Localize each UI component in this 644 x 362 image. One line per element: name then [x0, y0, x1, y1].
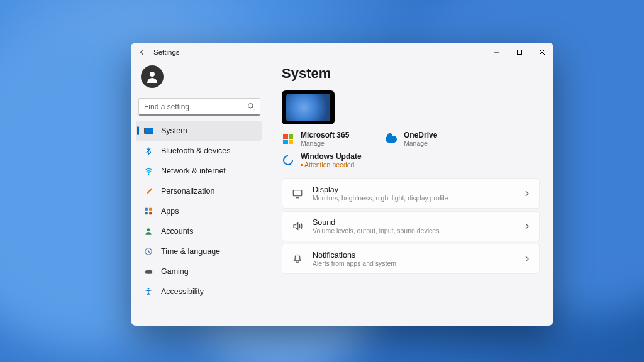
bloom-wallpaper-icon	[286, 94, 330, 121]
tile-subtitle: • Attention needed	[301, 161, 362, 168]
gamepad-icon	[144, 267, 153, 277]
accessibility-icon	[144, 287, 153, 296]
wifi-icon-wrap	[143, 166, 153, 176]
svg-rect-11	[149, 212, 152, 214]
device-thumbnail[interactable]	[282, 90, 335, 124]
sidebar-item-network[interactable]: Network & internet	[136, 161, 262, 181]
sound-icon	[292, 221, 303, 232]
page-title: System	[282, 65, 540, 82]
card-notifications[interactable]: NotificationsAlerts from apps and system	[282, 244, 540, 274]
sidebar-item-gaming[interactable]: Gaming	[136, 261, 262, 282]
svg-rect-1	[518, 50, 522, 55]
sidebar-item-label: Accounts	[161, 227, 255, 236]
sidebar-item-label: Apps	[161, 207, 255, 216]
sidebar-item-label: Network & internet	[161, 167, 255, 175]
tile-update[interactable]: Windows Update• Attention needed	[282, 152, 370, 168]
titlebar: Settings	[131, 43, 553, 62]
svg-point-12	[147, 228, 150, 231]
sidebar-item-accessibility[interactable]: Accessibility	[136, 282, 262, 302]
bell-icon	[292, 253, 303, 265]
display-icon	[292, 188, 303, 199]
card-title: Display	[313, 185, 515, 194]
maximize-button[interactable]	[508, 43, 531, 62]
tile-ms365[interactable]: Microsoft 365Manage	[282, 131, 370, 147]
svg-rect-10	[145, 212, 148, 214]
settings-window: Settings Find a setting	[131, 43, 553, 326]
cloud-icon	[386, 136, 397, 143]
content-area: Find a setting SystemBluetooth & devices…	[131, 62, 553, 326]
chevron-right-icon	[524, 188, 530, 199]
update-icon	[281, 153, 296, 168]
svg-point-15	[148, 288, 149, 289]
avatar	[141, 65, 164, 88]
svg-point-5	[248, 103, 253, 108]
system-icon-wrap	[143, 126, 153, 136]
card-subtitle: Alerts from apps and system	[313, 260, 515, 267]
tile-onedrive[interactable]: OneDriveManage	[385, 131, 473, 147]
bluetooth-icon	[144, 146, 153, 155]
card-display[interactable]: DisplayMonitors, brightness, night light…	[282, 178, 540, 209]
search-wrap: Find a setting	[131, 94, 268, 119]
svg-line-6	[252, 107, 254, 109]
minimize-button[interactable]	[486, 43, 508, 62]
apps-icon	[144, 207, 153, 216]
ms365-icon	[283, 134, 293, 144]
svg-point-4	[150, 72, 155, 77]
search-icon	[247, 102, 255, 111]
sidebar-item-label: System	[161, 126, 255, 135]
svg-rect-14	[145, 270, 152, 274]
bluetooth-icon-wrap	[143, 146, 153, 156]
apps-icon-wrap	[143, 206, 153, 216]
svg-rect-9	[149, 208, 152, 211]
sidebar-item-label: Accessibility	[161, 287, 255, 296]
sidebar-item-label: Personalization	[161, 187, 255, 195]
card-sound[interactable]: SoundVolume levels, output, input, sound…	[282, 211, 540, 241]
sidebar-item-label: Time & language	[161, 247, 255, 256]
sidebar-item-accounts[interactable]: Accounts	[136, 221, 262, 241]
chevron-right-icon	[524, 221, 530, 232]
profile-area[interactable]	[131, 62, 268, 94]
settings-cards: DisplayMonitors, brightness, night light…	[282, 178, 540, 274]
window-buttons	[486, 43, 553, 62]
chevron-right-icon	[524, 253, 530, 265]
card-subtitle: Volume levels, output, input, sound devi…	[313, 227, 515, 234]
wifi-icon	[144, 167, 153, 176]
brush-icon	[144, 187, 153, 195]
tile-title: Windows Update	[301, 152, 362, 161]
tile-title: Microsoft 365	[301, 131, 349, 140]
nav-list[interactable]: SystemBluetooth & devicesNetwork & inter…	[131, 119, 268, 326]
card-title: Sound	[313, 218, 515, 227]
brush-icon-wrap	[143, 186, 153, 196]
accessibility-icon-wrap	[143, 287, 153, 297]
system-icon	[144, 128, 153, 134]
search-input[interactable]: Find a setting	[138, 98, 260, 116]
gamepad-icon-wrap	[143, 266, 153, 277]
sidebar-item-apps[interactable]: Apps	[136, 201, 262, 221]
tile-subtitle: Manage	[404, 140, 437, 147]
sidebar-item-time[interactable]: Time & language	[136, 241, 262, 261]
back-button[interactable]	[137, 47, 147, 57]
sidebar-item-personalization[interactable]: Personalization	[136, 181, 262, 201]
sidebar-item-bluetooth[interactable]: Bluetooth & devices	[136, 141, 262, 161]
person-icon-wrap	[143, 226, 153, 236]
card-subtitle: Monitors, brightness, night light, displ…	[313, 194, 515, 202]
sidebar-item-system[interactable]: System	[136, 121, 262, 141]
person-icon	[144, 227, 153, 236]
close-button[interactable]	[531, 43, 553, 62]
sidebar-item-label: Gaming	[161, 267, 255, 276]
card-title: Notifications	[313, 251, 515, 260]
status-tiles: Microsoft 365ManageOneDriveManageWindows…	[282, 131, 540, 168]
clock-icon	[144, 247, 153, 256]
main-panel[interactable]: System Microsoft 365ManageOneDriveManage…	[268, 62, 553, 326]
svg-rect-16	[293, 190, 302, 196]
sidebar: Find a setting SystemBluetooth & devices…	[131, 62, 268, 326]
clock-icon-wrap	[143, 246, 153, 256]
tile-title: OneDrive	[404, 131, 437, 140]
svg-rect-8	[145, 208, 148, 211]
tile-subtitle: Manage	[301, 140, 349, 147]
window-title: Settings	[153, 48, 180, 56]
search-placeholder: Find a setting	[144, 102, 189, 111]
svg-point-7	[148, 173, 149, 175]
sidebar-item-label: Bluetooth & devices	[161, 146, 255, 155]
